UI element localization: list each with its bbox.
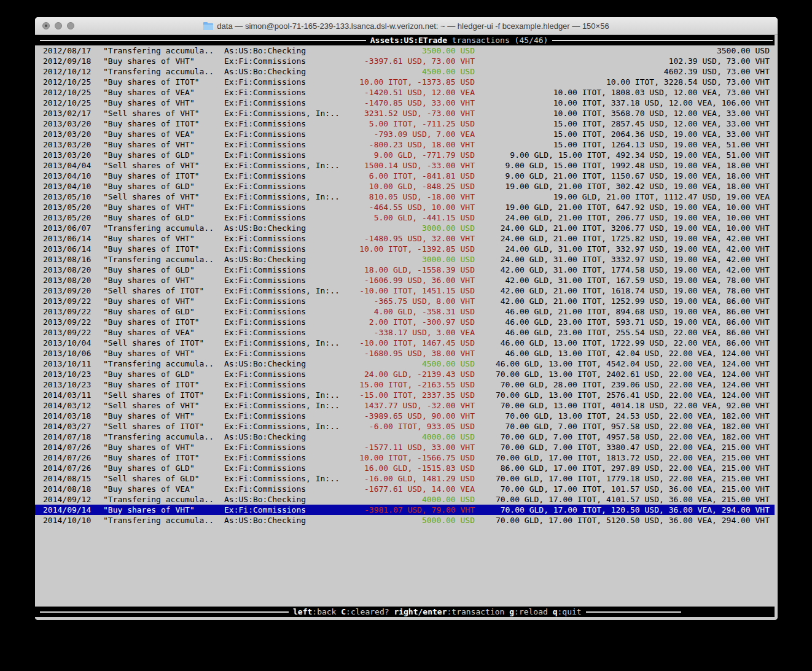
txn-date: 2013/03/20 — [43, 150, 103, 160]
txn-other-accounts: Ex:Fi:Commissions — [224, 379, 352, 390]
transaction-row[interactable]: 2012/10/25 "Buy shares of VEA" Ex:Fi:Com… — [35, 87, 775, 98]
transaction-row[interactable]: 2013/10/23 "Buy shares of ITOT" Ex:Fi:Co… — [35, 379, 775, 390]
txn-description: "Buy shares of VHT" — [103, 348, 224, 359]
txn-running-balance: 70.00 GLD, 13.00 ITOT, 4014.18 USD, 22.0… — [475, 400, 770, 411]
transaction-row[interactable]: 2014/03/12 "Sell shares of VHT" Ex:Fi:Co… — [35, 400, 775, 411]
transaction-row[interactable]: 2013/06/14 "Buy shares of VHT" Ex:Fi:Com… — [35, 233, 775, 244]
transaction-row[interactable]: 2014/08/15 "Sell shares of GLD" Ex:Fi:Co… — [35, 473, 775, 484]
transaction-row[interactable]: 2014/07/18 "Transfering accumula.. As:US… — [35, 432, 775, 442]
txn-description: "Buy shares of GLD" — [103, 150, 224, 160]
transaction-row[interactable]: 2013/09/22 "Buy shares of GLD" Ex:Fi:Com… — [35, 306, 775, 317]
zoom-button[interactable] — [67, 22, 74, 29]
txn-running-balance: 24.00 GLD, 21.00 ITOT, 1725.82 USD, 19.0… — [475, 233, 770, 244]
transaction-row[interactable]: 2013/05/10 "Sell shares of VHT" Ex:Fi:Co… — [35, 192, 775, 202]
keybinding-footer-bar: left:back C:cleared? right/enter:transac… — [35, 607, 775, 617]
transaction-row[interactable]: 2013/09/22 "Buy shares of VEA" Ex:Fi:Com… — [35, 327, 775, 338]
transaction-row[interactable]: 2013/03/20 "Buy shares of VHT" Ex:Fi:Com… — [35, 139, 775, 150]
transaction-row[interactable]: 2013/08/16 "Transfering accumula.. As:US… — [35, 254, 775, 265]
transaction-row[interactable]: 2013/10/06 "Buy shares of VHT" Ex:Fi:Com… — [35, 348, 775, 359]
close-button[interactable] — [42, 22, 50, 29]
transaction-row[interactable]: 2012/10/12 "Transfering accumula.. As:US… — [35, 66, 775, 77]
transaction-row[interactable]: 2014/03/18 "Buy shares of VHT" Ex:Fi:Com… — [35, 411, 775, 421]
transaction-row[interactable]: 2014/10/10 "Transfering accumula.. As:US… — [35, 515, 775, 526]
transaction-row[interactable]: 2012/08/17 "Transfering accumula.. As:US… — [35, 45, 775, 56]
transaction-row[interactable]: 2013/10/23 "Buy shares of GLD" Ex:Fi:Com… — [35, 369, 775, 379]
transaction-row[interactable]: 2014/09/12 "Transfering accumula.. As:US… — [35, 494, 775, 505]
transaction-row[interactable]: 2013/04/10 "Buy shares of GLD" Ex:Fi:Com… — [35, 181, 775, 192]
transaction-row[interactable]: 2014/07/26 "Buy shares of GLD" Ex:Fi:Com… — [35, 463, 775, 473]
txn-running-balance: 15.00 ITOT, 2857.45 USD, 12.00 VEA, 33.0… — [475, 118, 770, 129]
transaction-row[interactable]: 2012/10/25 "Buy shares of ITOT" Ex:Fi:Co… — [35, 77, 775, 87]
screen-title-rest: transactions (45/46) — [447, 36, 548, 45]
txn-running-balance: 9.00 GLD, 15.00 ITOT, 1992.48 USD, 19.00… — [475, 160, 770, 171]
txn-amount-change: 3500.00 USD — [352, 45, 475, 56]
header-rule-right — [552, 40, 773, 41]
transaction-row[interactable]: 2013/10/04 "Sell shares of ITOT" Ex:Fi:C… — [35, 338, 775, 348]
transaction-row[interactable]: 2014/08/18 "Buy shares of VEA" Ex:Fi:Com… — [35, 484, 775, 494]
txn-running-balance: 70.00 GLD, 17.00 ITOT, 5120.50 USD, 36.0… — [475, 515, 770, 526]
txn-amount-change: -1680.95 USD, 38.00 VHT — [352, 348, 475, 359]
txn-description: "Transfering accumula.. — [103, 223, 224, 233]
folder-icon — [203, 22, 213, 30]
transaction-row[interactable]: 2014/03/11 "Sell shares of ITOT" Ex:Fi:C… — [35, 390, 775, 400]
txn-description: "Buy shares of VHT" — [103, 233, 224, 244]
txn-description: "Buy shares of VEA" — [103, 327, 224, 338]
transaction-row[interactable]: 2013/09/20 "Sell shares of ITOT" Ex:Fi:C… — [35, 285, 775, 296]
txn-date: 2013/09/22 — [43, 327, 103, 338]
txn-date: 2013/06/14 — [43, 233, 103, 244]
txn-running-balance: 24.00 GLD, 21.00 ITOT, 3206.77 USD, 19.0… — [475, 223, 770, 233]
transaction-row[interactable]: 2013/09/22 "Buy shares of VHT" Ex:Fi:Com… — [35, 296, 775, 306]
transaction-row[interactable]: 2013/03/20 "Buy shares of VEA" Ex:Fi:Com… — [35, 129, 775, 139]
txn-other-accounts: Ex:Fi:Commissions, In:.. — [224, 390, 352, 400]
txn-description: "Buy shares of VEA" — [103, 87, 224, 98]
transaction-row[interactable]: 2013/02/17 "Sell shares of VHT" Ex:Fi:Co… — [35, 108, 775, 118]
transaction-row[interactable]: 2013/06/14 "Buy shares of ITOT" Ex:Fi:Co… — [35, 244, 775, 254]
transaction-row[interactable]: 2013/08/20 "Buy shares of VHT" Ex:Fi:Com… — [35, 275, 775, 285]
txn-other-accounts: Ex:Fi:Commissions — [224, 98, 352, 108]
txn-amount-change: -1480.95 USD, 32.00 VHT — [352, 233, 475, 244]
txn-amount-change: -1470.85 USD, 33.00 VHT — [352, 98, 475, 108]
txn-other-accounts: Ex:Fi:Commissions — [224, 233, 352, 244]
key-hint-key: q — [553, 607, 558, 616]
txn-amount-change: 6.00 ITOT, -841.81 USD — [352, 171, 475, 181]
transaction-row[interactable]: 2013/03/20 "Buy shares of ITOT" Ex:Fi:Co… — [35, 118, 775, 129]
transaction-row[interactable]: 2012/10/25 "Buy shares of VHT" Ex:Fi:Com… — [35, 98, 775, 108]
transaction-row[interactable]: 2013/10/11 "Transfering accumula.. As:US… — [35, 359, 775, 369]
transaction-row[interactable]: 2013/09/22 "Buy shares of ITOT" Ex:Fi:Co… — [35, 317, 775, 327]
transaction-row[interactable]: 2013/04/10 "Buy shares of ITOT" Ex:Fi:Co… — [35, 171, 775, 181]
transaction-row[interactable]: 2014/07/26 "Buy shares of VHT" Ex:Fi:Com… — [35, 442, 775, 452]
key-hint-desc: :reload — [514, 607, 553, 616]
txn-amount-change: 5.00 ITOT, -711.25 USD — [352, 118, 475, 129]
txn-description: "Buy shares of VEA" — [103, 484, 224, 494]
txn-running-balance: 19.00 GLD, 21.00 ITOT, 1112.47 USD, 19.0… — [475, 192, 770, 202]
txn-date: 2014/03/27 — [43, 421, 103, 432]
transaction-row[interactable]: 2012/09/18 "Buy shares of VHT" Ex:Fi:Com… — [35, 56, 775, 66]
transaction-row[interactable]: 2013/03/20 "Buy shares of GLD" Ex:Fi:Com… — [35, 150, 775, 160]
terminal-window: data — simon@pool-71-165-239-133.lsanca.… — [35, 17, 778, 620]
txn-other-accounts: Ex:Fi:Commissions — [224, 56, 352, 66]
transaction-row[interactable]: 2013/05/20 "Buy shares of GLD" Ex:Fi:Com… — [35, 212, 775, 223]
window-titlebar: data — simon@pool-71-165-239-133.lsanca.… — [35, 17, 778, 35]
transaction-row[interactable]: 2013/04/04 "Sell shares of VHT" Ex:Fi:Co… — [35, 160, 775, 171]
txn-running-balance: 3500.00 USD — [475, 45, 770, 56]
txn-running-balance: 46.00 GLD, 23.00 ITOT, 255.54 USD, 22.00… — [475, 327, 770, 338]
txn-other-accounts: As:US:Bo:Checking — [224, 494, 352, 505]
transaction-row[interactable]: 2013/08/20 "Buy shares of GLD" Ex:Fi:Com… — [35, 265, 775, 275]
txn-amount-change: 3231.52 USD, -73.00 VHT — [352, 108, 475, 118]
key-hint-key: g — [509, 607, 514, 616]
transaction-row[interactable]: 2014/07/26 "Buy shares of ITOT" Ex:Fi:Co… — [35, 452, 775, 463]
transaction-row[interactable]: 2014/03/27 "Sell shares of ITOT" Ex:Fi:C… — [35, 421, 775, 432]
txn-other-accounts: Ex:Fi:Commissions — [224, 463, 352, 473]
txn-date: 2013/05/20 — [43, 202, 103, 212]
transaction-row[interactable]: 2013/05/20 "Buy shares of VHT" Ex:Fi:Com… — [35, 202, 775, 212]
txn-amount-change: 10.00 ITOT, -1392.85 USD — [352, 244, 475, 254]
transaction-row[interactable]: 2014/09/14 "Buy shares of VHT" Ex:Fi:Com… — [35, 505, 775, 515]
txn-other-accounts: Ex:Fi:Commissions — [224, 139, 352, 150]
txn-amount-change: 10.00 ITOT, -1373.85 USD — [352, 77, 475, 87]
txn-other-accounts: Ex:Fi:Commissions — [224, 150, 352, 160]
minimize-button[interactable] — [55, 22, 62, 29]
transaction-row[interactable]: 2013/06/07 "Transfering accumula.. As:US… — [35, 223, 775, 233]
txn-running-balance: 42.00 GLD, 31.00 ITOT, 167.59 USD, 19.00… — [475, 275, 770, 285]
txn-amount-change: -10.00 ITOT, 1451.15 USD — [352, 285, 475, 296]
txn-date: 2014/07/18 — [43, 432, 103, 442]
